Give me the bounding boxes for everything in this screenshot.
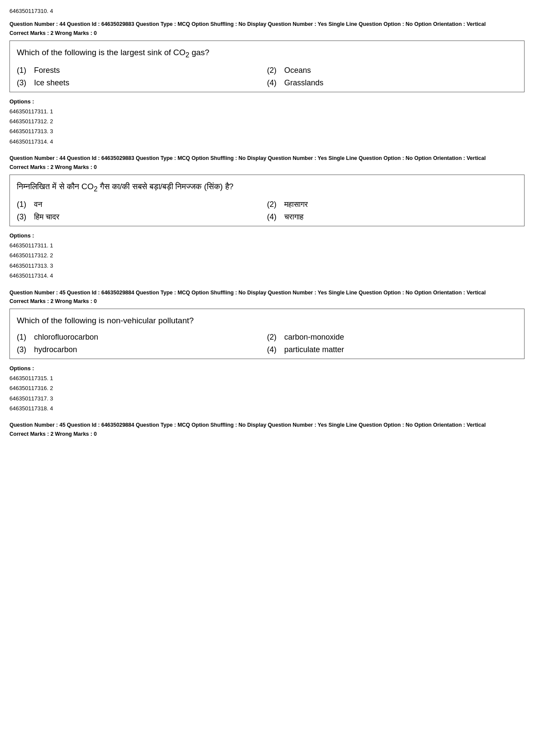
option-id-44-hi-3: 646350117313. 3 (9, 261, 525, 271)
option-44-hi-2: (2) महासागर (267, 200, 517, 209)
question-45-hi-meta: Question Number : 45 Question Id : 64635… (9, 421, 525, 429)
option-id-45-en-4: 646350117318. 4 (9, 403, 525, 413)
option-44-en-3: (3) Ice sheets (17, 78, 267, 87)
option-45-en-1: (1) chlorofluorocarbon (17, 333, 267, 342)
option-44-en-2-text: Oceans (284, 66, 311, 75)
option-45-en-1-text: chlorofluorocarbon (34, 333, 98, 342)
option-45-en-3: (3) hydrocarbon (17, 345, 267, 354)
question-44-hi-meta: Question Number : 44 Question Id : 64635… (9, 154, 525, 162)
question-44-en-box: Which of the following is the largest si… (9, 41, 525, 92)
question-44-hi-marks: Correct Marks : 2 Wrong Marks : 0 (9, 164, 525, 170)
question-44-hi-text: निम्नलिखित में से कौन CO2 गैस का/की सबसे… (17, 181, 517, 194)
question-44-en: Question Number : 44 Question Id : 64635… (9, 20, 525, 147)
question-45-en-options: (1) chlorofluorocarbon (2) carbon-monoxi… (17, 333, 517, 354)
option-44-en-4-text: Grasslands (284, 78, 323, 87)
option-44-en-1-num: (1) (17, 66, 27, 75)
option-45-en-2-text: carbon-monoxide (284, 333, 344, 342)
question-44-en-options: (1) Forests (2) Oceans (3) Ice sheets (4… (17, 66, 517, 87)
question-45-hi-marks: Correct Marks : 2 Wrong Marks : 0 (9, 431, 525, 437)
option-45-en-3-num: (3) (17, 345, 27, 354)
option-44-en-3-num: (3) (17, 78, 27, 87)
question-45-en-marks: Correct Marks : 2 Wrong Marks : 0 (9, 298, 525, 304)
question-45-en-meta: Question Number : 45 Question Id : 64635… (9, 289, 525, 297)
option-44-hi-3-num: (3) (17, 212, 27, 222)
question-44-en-options-label: Options : (9, 98, 525, 105)
question-44-hi-box: निम्नलिखित में से कौन CO2 गैस का/की सबसे… (9, 175, 525, 226)
question-44-hi: Question Number : 44 Question Id : 64635… (9, 154, 525, 281)
question-44-en-marks: Correct Marks : 2 Wrong Marks : 0 (9, 30, 525, 36)
question-44-en-meta: Question Number : 44 Question Id : 64635… (9, 20, 525, 28)
option-44-hi-2-num: (2) (267, 200, 277, 209)
option-44-en-4: (4) Grasslands (267, 78, 517, 87)
option-45-en-2: (2) carbon-monoxide (267, 333, 517, 342)
option-id-44-en-4: 646350117314. 4 (9, 137, 525, 147)
option-45-en-2-num: (2) (267, 333, 277, 342)
option-44-en-1: (1) Forests (17, 66, 267, 75)
option-id-45-en-2: 646350117316. 2 (9, 383, 525, 393)
question-44-hi-options: (1) वन (2) महासागर (3) हिम चादर (4) चराग… (17, 200, 517, 222)
option-44-hi-1: (1) वन (17, 200, 267, 209)
option-id-44-hi-1: 646350117311. 1 (9, 241, 525, 250)
question-45-en-box: Which of the following is non-vehicular … (9, 309, 525, 359)
question-44-en-options-list: 646350117311. 1 646350117312. 2 64635011… (9, 106, 525, 147)
page-id: 646350117310. 4 (9, 8, 525, 14)
option-id-44-hi-4: 646350117314. 4 (9, 271, 525, 281)
question-45-en-options-list: 646350117315. 1 646350117316. 2 64635011… (9, 373, 525, 414)
option-44-hi-1-text: वन (34, 200, 42, 209)
option-44-en-4-num: (4) (267, 78, 277, 87)
option-id-44-en-3: 646350117313. 3 (9, 126, 525, 136)
option-id-45-en-3: 646350117317. 3 (9, 394, 525, 403)
option-44-hi-3-text: हिम चादर (34, 212, 59, 222)
option-44-hi-4-num: (4) (267, 212, 277, 222)
question-45-en-text: Which of the following is non-vehicular … (17, 315, 517, 327)
question-44-en-text: Which of the following is the largest si… (17, 47, 517, 60)
question-44-hi-options-list: 646350117311. 1 646350117312. 2 64635011… (9, 241, 525, 281)
question-44-hi-options-label: Options : (9, 232, 525, 239)
option-id-45-en-1: 646350117315. 1 (9, 373, 525, 383)
option-id-44-hi-2: 646350117312. 2 (9, 250, 525, 260)
option-44-hi-4: (4) चरागाह (267, 212, 517, 222)
option-id-44-en-2: 646350117312. 2 (9, 116, 525, 126)
option-id-44-en-1: 646350117311. 1 (9, 106, 525, 116)
option-44-hi-4-text: चरागाह (284, 212, 304, 222)
option-44-en-3-text: Ice sheets (34, 78, 69, 87)
option-44-en-2: (2) Oceans (267, 66, 517, 75)
option-45-en-4: (4) particulate matter (267, 345, 517, 354)
option-44-hi-1-num: (1) (17, 200, 27, 209)
question-45-en: Question Number : 45 Question Id : 64635… (9, 289, 525, 414)
option-44-hi-2-text: महासागर (284, 200, 308, 209)
option-45-en-1-num: (1) (17, 333, 27, 342)
option-44-hi-3: (3) हिम चादर (17, 212, 267, 222)
option-44-en-2-num: (2) (267, 66, 277, 75)
question-45-en-options-label: Options : (9, 365, 525, 372)
option-45-en-4-text: particulate matter (284, 345, 344, 354)
option-45-en-4-num: (4) (267, 345, 277, 354)
question-45-hi: Question Number : 45 Question Id : 64635… (9, 421, 525, 437)
option-44-en-1-text: Forests (34, 66, 60, 75)
option-45-en-3-text: hydrocarbon (34, 345, 77, 354)
